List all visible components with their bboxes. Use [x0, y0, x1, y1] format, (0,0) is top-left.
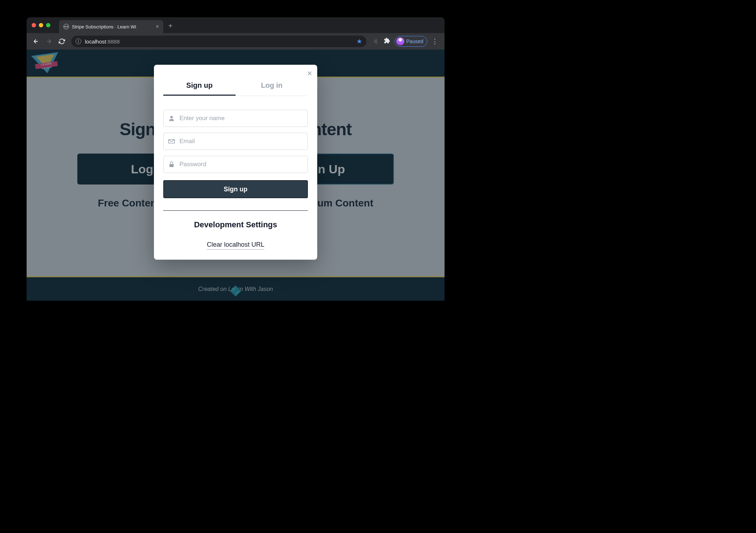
email-input-wrap [163, 133, 308, 150]
close-window-button[interactable] [32, 23, 36, 27]
password-input-wrap [163, 156, 308, 173]
reload-button[interactable] [56, 36, 68, 47]
email-input[interactable] [179, 138, 303, 145]
name-input-wrap [163, 110, 308, 127]
auth-modal: × Sign up Log in [154, 65, 317, 260]
signup-submit-button[interactable]: Sign up [163, 180, 308, 198]
toolbar-right: Paused ⋮ [370, 36, 441, 47]
tab-bar: Stripe Subscriptions · Learn Wi × + [27, 17, 445, 33]
signup-form: Sign up [163, 110, 308, 198]
tab-close-button[interactable]: × [156, 24, 159, 29]
email-icon [168, 138, 175, 145]
extension-icon[interactable] [373, 38, 379, 45]
browser-tab[interactable]: Stripe Subscriptions · Learn Wi × [59, 20, 163, 33]
user-icon [168, 115, 175, 122]
avatar-icon [396, 37, 404, 45]
url-port: :8888 [106, 38, 120, 45]
url-host: localhost [85, 38, 106, 45]
name-input[interactable] [179, 115, 303, 122]
tab-title: Stripe Subscriptions · Learn Wi [72, 24, 153, 29]
maximize-window-button[interactable] [46, 23, 50, 27]
dev-settings-heading: Development Settings [163, 220, 308, 229]
svg-rect-1 [169, 164, 174, 167]
globe-icon [63, 24, 69, 29]
clear-localhost-link[interactable]: Clear localhost URL [207, 241, 264, 250]
modal-close-button[interactable]: × [307, 69, 312, 78]
back-button[interactable] [30, 36, 42, 47]
profile-status: Paused [406, 38, 423, 44]
bookmark-star-icon[interactable]: ★ [356, 37, 362, 45]
extensions-puzzle-icon[interactable] [384, 37, 390, 46]
browser-toolbar: i localhost:8888 ★ Paused ⋮ [27, 33, 445, 50]
profile-badge[interactable]: Paused [395, 36, 427, 47]
new-tab-button[interactable]: + [168, 22, 173, 30]
browser-menu-button[interactable]: ⋮ [432, 37, 438, 45]
tab-signup[interactable]: Sign up [163, 78, 236, 96]
modal-tabs: Sign up Log in [163, 78, 308, 96]
site-info-icon[interactable]: i [76, 38, 81, 44]
browser-window: Stripe Subscriptions · Learn Wi × + i lo… [27, 17, 445, 301]
modal-divider [163, 210, 308, 211]
address-bar[interactable]: i localhost:8888 ★ [71, 36, 366, 47]
svg-point-0 [170, 116, 173, 118]
minimize-window-button[interactable] [39, 23, 43, 27]
forward-button[interactable] [43, 36, 55, 47]
modal-overlay[interactable]: × Sign up Log in [27, 50, 445, 301]
tab-login[interactable]: Log in [236, 78, 308, 96]
password-input[interactable] [179, 161, 303, 168]
page-viewport: LEARN WITH JASON Sign Up for Premium Con… [27, 50, 445, 301]
lock-icon [168, 161, 175, 168]
window-controls [32, 23, 50, 27]
